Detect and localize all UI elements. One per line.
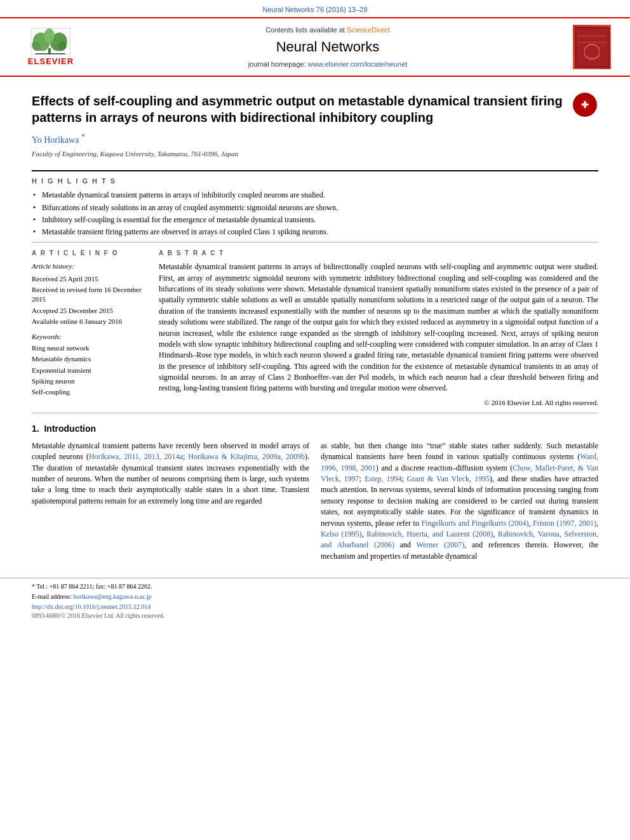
keyword-3: Exponential transient: [32, 366, 146, 375]
introduction-section: 1. Introduction Metastable dynamical tra…: [32, 423, 598, 562]
homepage-line: journal homepage: www.elsevier.com/locat…: [102, 60, 554, 69]
keyword-2: Metastable dynamics: [32, 354, 146, 364]
header-banner: ELSEVIER Contents lists available at Sci…: [0, 17, 630, 77]
elsevier-tree-icon: [25, 27, 76, 56]
email-line: E-mail address: horikawa@eng.kagawa-u.ac…: [32, 592, 598, 601]
header-center: Contents lists available at ScienceDirec…: [102, 25, 554, 70]
email-link[interactable]: horikawa@eng.kagawa-u.ac.jp: [73, 593, 152, 600]
highlights-divider: [32, 242, 598, 243]
svg-rect-9: [577, 29, 608, 66]
highlight-item-2: Bifurcations of steady solutions in an a…: [32, 203, 598, 213]
revised-date: Received in revised form 16 December 201…: [32, 285, 146, 305]
highlights-label: H I G H L I G H T S: [32, 177, 598, 186]
section-number: 1.: [32, 423, 39, 434]
ref-horikawa-2011[interactable]: Horikawa, 2011, 2013, 2014a: [89, 452, 183, 461]
svg-point-3: [44, 28, 54, 43]
email-label: E-mail address:: [32, 593, 71, 600]
abstract-copyright: © 2016 Elsevier Ltd. All rights reserved…: [159, 398, 598, 408]
received-date: Received 25 April 2015: [32, 274, 146, 284]
footer-copyright: 0893-6080/© 2016 Elsevier Ltd. All right…: [32, 611, 598, 620]
ref-rabinovich-2008[interactable]: Rabinovich, Huerta, and Laurent (2008): [366, 530, 493, 538]
abstract-text: Metastable dynamical transient patterns …: [159, 262, 598, 394]
author-name: Yo Horikawa *: [32, 132, 563, 146]
svg-rect-6: [35, 53, 65, 55]
abstract-column: A B S T R A C T Metastable dynamical tra…: [159, 249, 598, 408]
abstract-label: A B S T R A C T: [159, 249, 598, 258]
crossmark-icon: ✚: [573, 93, 597, 117]
homepage-link[interactable]: www.elsevier.com/locate/neunet: [308, 60, 408, 68]
affiliation: Faculty of Engineering, Kagawa Universit…: [32, 149, 563, 159]
ref-horikawa-kitajima[interactable]: Horikawa & Kitajima, 2009a, 2009b: [188, 452, 305, 461]
title-text-area: Effects of self-coupling and asymmetric …: [32, 93, 563, 164]
article-info-column: A R T I C L E I N F O Article history: R…: [32, 249, 146, 408]
article-history-label: Article history:: [32, 262, 146, 271]
elsevier-logo: ELSEVIER: [13, 27, 89, 67]
doi-link[interactable]: http://dx.doi.org/10.1016/j.neunet.2015.…: [32, 603, 598, 611]
keywords-label: Keywords:: [32, 332, 146, 342]
author-name-text: Yo Horikawa: [32, 135, 79, 145]
section-title: 1. Introduction: [32, 423, 598, 436]
journal-cover-thumbnail: [573, 25, 611, 69]
available-date: Available online 6 January 2016: [32, 317, 146, 326]
highlight-item-3: Inhibitory self-coupling is essential fo…: [32, 215, 598, 225]
author-asterisk: *: [81, 133, 85, 141]
journal-name: Neural Networks: [102, 37, 554, 57]
contents-line: Contents lists available at ScienceDirec…: [102, 25, 554, 35]
footnote-symbol: *: [32, 583, 35, 590]
keyword-1: Ring neural network: [32, 343, 146, 353]
article-info-label: A R T I C L E I N F O: [32, 249, 146, 258]
ref-werner[interactable]: Werner (2007): [417, 540, 465, 549]
body-text-left: Metastable dynamical transient patterns …: [32, 441, 309, 507]
header-right: [566, 25, 617, 69]
main-content: Effects of self-coupling and asymmetric …: [0, 77, 630, 571]
footer-section: * Tel.: +81 87 864 2211; fax: +81 87 864…: [0, 578, 630, 620]
tel-fax: Tel.: +81 87 864 2211; fax: +81 87 864 2…: [36, 583, 152, 590]
section-title-text: Introduction: [44, 423, 96, 434]
highlight-item-4: Metastable transient firing patterns are…: [32, 227, 598, 237]
title-section: Effects of self-coupling and asymmetric …: [32, 93, 598, 164]
ref-friston[interactable]: Friston (1997, 2001): [533, 519, 596, 528]
journal-reference: Neural Networks 76 (2016) 13–28: [0, 0, 630, 17]
ref-estep[interactable]: Estep, 1994: [365, 474, 402, 483]
title-divider: [32, 170, 598, 171]
keyword-5: Self-coupling: [32, 387, 146, 397]
highlight-item-1: Metastable dynamical transient patterns …: [32, 190, 598, 200]
paper-title: Effects of self-coupling and asymmetric …: [32, 93, 563, 126]
info-abstract-section: A R T I C L E I N F O Article history: R…: [32, 249, 598, 408]
keyword-4: Spiking neuron: [32, 377, 146, 386]
body-text-right: as stable, but then change into “true” s…: [321, 441, 598, 562]
elsevier-brand-text: ELSEVIER: [28, 56, 74, 67]
body-col-left: Metastable dynamical transient patterns …: [32, 441, 309, 562]
footnote: * Tel.: +81 87 864 2211; fax: +81 87 864…: [32, 582, 598, 591]
cover-art-icon: [575, 27, 610, 68]
body-columns: Metastable dynamical transient patterns …: [32, 441, 598, 562]
abstract-divider: [32, 413, 598, 413]
sciencedirect-link[interactable]: ScienceDirect: [347, 26, 390, 34]
ref-kelso[interactable]: Kelso (1995): [321, 530, 362, 538]
ref-grant[interactable]: Grant & Van Vleck, 1995: [407, 474, 490, 483]
journal-ref-text: Neural Networks 76 (2016) 13–28: [262, 6, 367, 13]
body-col-right: as stable, but then change into “true” s…: [321, 441, 598, 562]
highlights-list: Metastable dynamical transient patterns …: [32, 190, 598, 237]
accepted-date: Accepted 25 December 2015: [32, 306, 146, 316]
ref-fingelkurts[interactable]: Fingelkurts and Fingelkurts (2004): [421, 519, 528, 528]
crossmark-area: ✚: [573, 93, 598, 118]
